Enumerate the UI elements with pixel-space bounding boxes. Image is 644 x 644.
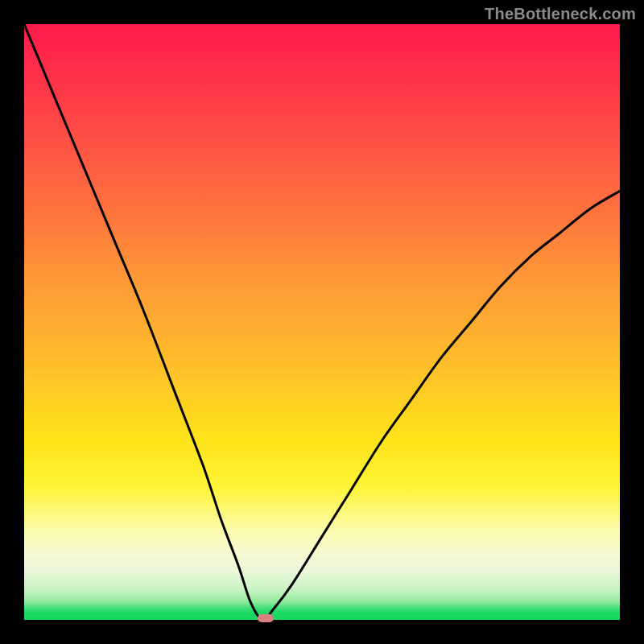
plot-area [24,24,620,620]
optimal-point-marker [258,614,274,622]
watermark-text: TheBottleneck.com [485,5,636,23]
chart-frame: TheBottleneck.com [0,0,644,644]
